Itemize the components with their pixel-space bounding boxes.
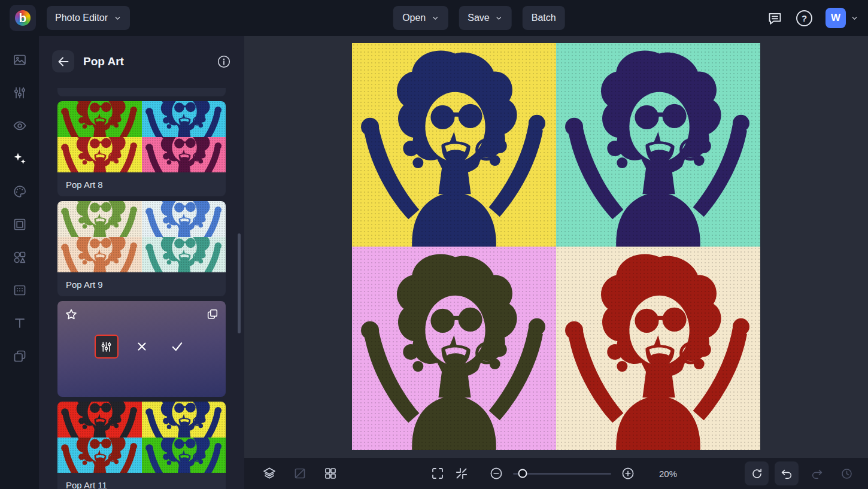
- sidebar-item-effects[interactable]: [8, 147, 32, 171]
- transform-icon: [293, 466, 307, 481]
- save-label: Save: [468, 13, 489, 23]
- check-icon: [170, 339, 184, 354]
- panel-scrollbar[interactable]: [238, 233, 241, 333]
- layers-panel-button[interactable]: [262, 466, 277, 481]
- effects-list: Pop Art 8 Pop Art 9: [39, 88, 244, 489]
- eye-icon: [13, 119, 27, 133]
- app-menu-button[interactable]: Photo Editor: [47, 6, 130, 30]
- back-button[interactable]: [52, 50, 74, 72]
- app-logo[interactable]: b: [10, 5, 36, 31]
- canvas-toolbar: 20%: [244, 458, 868, 489]
- sidebar-item-graphics[interactable]: [8, 245, 32, 269]
- chevron-down-icon: [114, 14, 122, 22]
- zoom-in-icon: [621, 466, 635, 481]
- effect-card-pop-art-11[interactable]: Pop Art 11: [57, 402, 226, 489]
- effect-thumbnail: [57, 402, 226, 473]
- zoom-controls: 20%: [430, 466, 682, 481]
- back-arrow-icon: [56, 54, 71, 69]
- cancel-effect-button[interactable]: [130, 335, 154, 359]
- effect-label: Pop Art 9: [57, 272, 226, 296]
- selected-effect-card[interactable]: [57, 301, 226, 397]
- zoom-slider[interactable]: [513, 473, 611, 475]
- reset-icon: [751, 467, 763, 480]
- help-icon: ?: [796, 10, 812, 26]
- history-icon: [840, 467, 853, 480]
- sidebar-item-frames[interactable]: [8, 212, 32, 236]
- topbar-center-actions: Open Save Batch: [393, 6, 565, 30]
- sidebar-item-overlays[interactable]: [8, 278, 32, 302]
- zoom-slider-handle[interactable]: [518, 469, 527, 478]
- canvas-toolbar-left: [262, 466, 338, 481]
- fullscreen-button[interactable]: [430, 466, 445, 481]
- pop-art-image[interactable]: [352, 43, 760, 450]
- panel-title: Pop Art: [83, 55, 208, 68]
- sidebar-item-text[interactable]: [8, 311, 32, 335]
- effects-sparkles-icon: [13, 151, 27, 166]
- effect-card-pop-art-9[interactable]: Pop Art 9: [57, 201, 226, 296]
- overlay-texture-icon: [13, 283, 27, 297]
- effect-thumbnail: [57, 101, 226, 172]
- transform-button[interactable]: [293, 466, 307, 481]
- selected-effect-actions: [57, 335, 226, 359]
- grid-icon: [323, 466, 338, 481]
- shapes-icon: [13, 250, 27, 265]
- settings-sliders-icon: [100, 341, 113, 353]
- zoom-out-button[interactable]: [489, 466, 503, 481]
- artwork-quadrant-top-left: [352, 43, 556, 247]
- save-button[interactable]: Save: [459, 6, 511, 30]
- batch-label: Batch: [532, 13, 556, 23]
- fit-to-screen-button[interactable]: [454, 466, 469, 481]
- star-icon: [64, 308, 78, 322]
- zoom-in-button[interactable]: [621, 466, 635, 481]
- compare-button[interactable]: [206, 308, 219, 321]
- effect-card-pop-art-8[interactable]: Pop Art 8: [57, 101, 226, 196]
- canvas-area: 20%: [244, 36, 868, 489]
- open-label: Open: [402, 13, 426, 23]
- fullscreen-icon: [430, 466, 445, 481]
- image-icon: [13, 53, 27, 67]
- frame-icon: [13, 217, 27, 232]
- chevron-down-icon: [431, 14, 439, 22]
- zoom-level-value: 20%: [659, 469, 682, 479]
- reset-button[interactable]: [745, 461, 769, 485]
- sidebar-item-touchup[interactable]: [8, 114, 32, 138]
- fit-screen-icon: [454, 466, 469, 481]
- photo-editor-app: b Photo Editor Open Save Batch: [0, 0, 868, 489]
- partial-card-above[interactable]: [57, 88, 226, 96]
- info-button[interactable]: [217, 54, 231, 69]
- palette-icon: [13, 184, 27, 199]
- undo-button[interactable]: [775, 461, 799, 485]
- history-button[interactable]: [834, 461, 858, 485]
- open-button[interactable]: Open: [393, 6, 448, 30]
- text-icon: [13, 316, 27, 330]
- layers-copy-icon: [13, 349, 27, 363]
- panel-header: Pop Art: [39, 36, 244, 81]
- chevron-down-icon: [851, 14, 858, 22]
- logo-letter: b: [19, 11, 27, 25]
- artwork-quadrant-bottom-left: [352, 247, 556, 450]
- sidebar-item-layers[interactable]: [8, 344, 32, 368]
- redo-button[interactable]: [805, 461, 828, 485]
- undo-icon: [781, 467, 793, 480]
- adjust-sliders-icon: [13, 86, 27, 100]
- effect-settings-button[interactable]: [95, 335, 119, 359]
- app-menu-label: Photo Editor: [55, 13, 108, 23]
- favorite-button[interactable]: [64, 308, 78, 322]
- topbar: b Photo Editor Open Save Batch: [0, 0, 868, 36]
- batch-button[interactable]: Batch: [523, 6, 565, 30]
- apply-effect-button[interactable]: [165, 335, 189, 359]
- artwork-quadrant-top-right: [556, 43, 760, 247]
- feedback-chat-button[interactable]: [767, 10, 783, 26]
- effect-label: Pop Art 8: [57, 172, 226, 196]
- sidebar-item-artsy[interactable]: [8, 180, 32, 204]
- sidebar-item-image[interactable]: [8, 48, 32, 72]
- copy-icon: [206, 308, 219, 321]
- history-controls: [745, 461, 858, 485]
- help-button[interactable]: ?: [796, 10, 812, 26]
- grid-view-button[interactable]: [323, 466, 338, 481]
- sidebar-item-edit[interactable]: [8, 81, 32, 105]
- zoom-out-icon: [489, 466, 503, 481]
- chat-icon: [767, 10, 783, 26]
- effect-label: Pop Art 11: [57, 473, 226, 489]
- account-menu-button[interactable]: W: [825, 8, 858, 28]
